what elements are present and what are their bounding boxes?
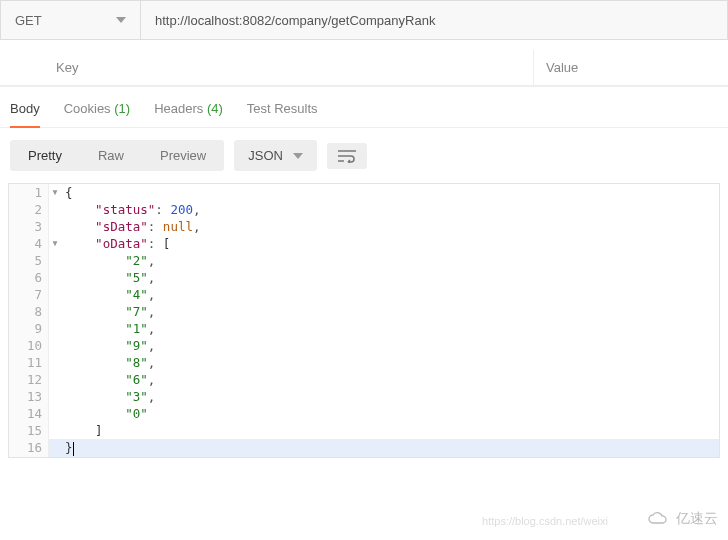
wrap-icon	[337, 149, 357, 163]
format-select[interactable]: JSON	[234, 140, 317, 171]
format-label: JSON	[248, 148, 283, 163]
line-number: 8	[9, 303, 49, 320]
pretty-button[interactable]: Pretty	[10, 140, 80, 171]
text-cursor	[73, 442, 74, 456]
line-number: 2	[9, 201, 49, 218]
tab-headers-label: Headers	[154, 101, 203, 116]
line-number: 5	[9, 252, 49, 269]
drag-handle[interactable]	[0, 50, 44, 86]
line-number: 15	[9, 422, 49, 439]
line-number: 16	[9, 439, 49, 457]
fold-icon[interactable]: ▾	[49, 184, 61, 201]
line-number: 12	[9, 371, 49, 388]
http-method-select[interactable]: GET	[1, 1, 141, 39]
param-key-input[interactable]: Key	[44, 50, 534, 86]
line-number: 4	[9, 235, 49, 252]
wrap-lines-button[interactable]	[327, 143, 367, 169]
chevron-down-icon	[293, 153, 303, 159]
response-body[interactable]: 1▾{ 2 "status": 200, 3 "sData": null, 4▾…	[8, 183, 720, 458]
tab-test-results[interactable]: Test Results	[247, 101, 318, 127]
headers-count: (4)	[207, 101, 223, 116]
tab-headers[interactable]: Headers (4)	[154, 101, 223, 127]
tab-body[interactable]: Body	[10, 101, 40, 128]
line-number: 14	[9, 405, 49, 422]
url-input[interactable]	[141, 1, 727, 39]
line-number: 6	[9, 269, 49, 286]
cookies-count: (1)	[114, 101, 130, 116]
http-method-label: GET	[15, 13, 42, 28]
tab-cookies-label: Cookies	[64, 101, 111, 116]
raw-button[interactable]: Raw	[80, 140, 142, 171]
fold-icon[interactable]: ▾	[49, 235, 61, 252]
line-number: 7	[9, 286, 49, 303]
params-row: Key Value	[0, 50, 728, 87]
line-number: 9	[9, 320, 49, 337]
line-number: 1	[9, 184, 49, 201]
tab-cookies[interactable]: Cookies (1)	[64, 101, 130, 127]
view-mode-group: Pretty Raw Preview	[10, 140, 224, 171]
param-value-input[interactable]: Value	[534, 50, 728, 86]
preview-button[interactable]: Preview	[142, 140, 224, 171]
line-number: 11	[9, 354, 49, 371]
line-number: 3	[9, 218, 49, 235]
chevron-down-icon	[116, 17, 126, 23]
line-number: 13	[9, 388, 49, 405]
line-number: 10	[9, 337, 49, 354]
